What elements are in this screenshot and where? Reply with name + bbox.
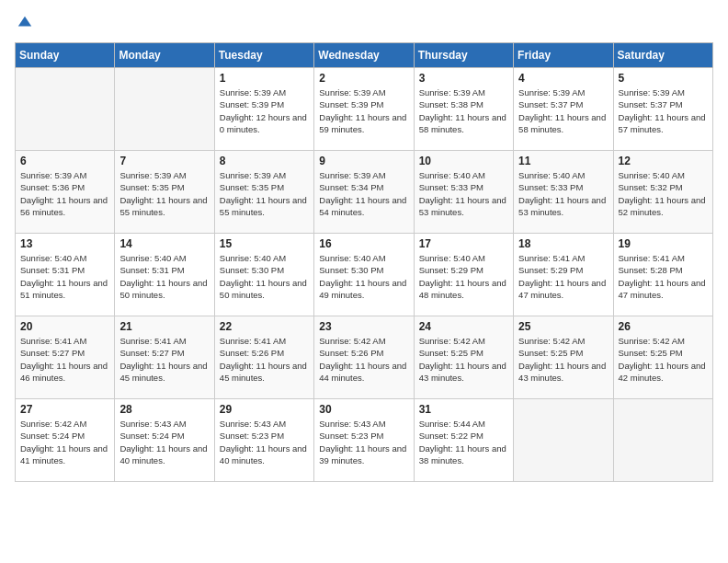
calendar-cell: 22 Sunrise: 5:41 AMSunset: 5:26 PMDaylig… <box>214 316 313 399</box>
calendar-cell: 7 Sunrise: 5:39 AMSunset: 5:35 PMDayligh… <box>115 151 214 234</box>
header-day-saturday: Saturday <box>613 43 712 68</box>
day-number: 10 <box>419 155 508 167</box>
cell-info: Sunrise: 5:39 AMSunset: 5:37 PMDaylight:… <box>518 86 608 135</box>
header-day-sunday: Sunday <box>16 43 115 68</box>
calendar-cell: 14 Sunrise: 5:40 AMSunset: 5:31 PMDaylig… <box>115 234 214 316</box>
calendar-cell: 18 Sunrise: 5:41 AMSunset: 5:29 PMDaylig… <box>514 234 613 316</box>
logo <box>15 15 33 31</box>
calendar-cell <box>514 399 613 482</box>
cell-info: Sunrise: 5:39 AMSunset: 5:39 PMDaylight:… <box>319 86 408 135</box>
cell-info: Sunrise: 5:42 AMSunset: 5:25 PMDaylight:… <box>518 335 608 384</box>
cell-info: Sunrise: 5:40 AMSunset: 5:31 PMDaylight:… <box>119 252 209 301</box>
day-number: 12 <box>619 155 708 167</box>
calendar-cell: 15 Sunrise: 5:40 AMSunset: 5:30 PMDaylig… <box>214 234 313 316</box>
calendar-cell: 27 Sunrise: 5:42 AMSunset: 5:24 PMDaylig… <box>16 399 115 482</box>
calendar-cell: 25 Sunrise: 5:42 AMSunset: 5:25 PMDaylig… <box>514 316 613 399</box>
calendar-cell: 29 Sunrise: 5:43 AMSunset: 5:23 PMDaylig… <box>214 399 313 482</box>
header-day-friday: Friday <box>514 43 613 68</box>
cell-info: Sunrise: 5:39 AMSunset: 5:35 PMDaylight:… <box>220 169 309 218</box>
calendar-week-row: 20 Sunrise: 5:41 AMSunset: 5:27 PMDaylig… <box>16 316 713 399</box>
day-number: 15 <box>220 237 309 250</box>
calendar-table: SundayMondayTuesdayWednesdayThursdayFrid… <box>15 42 713 482</box>
calendar-cell: 13 Sunrise: 5:40 AMSunset: 5:31 PMDaylig… <box>16 234 115 316</box>
calendar-week-row: 6 Sunrise: 5:39 AMSunset: 5:36 PMDayligh… <box>16 151 713 234</box>
day-number: 17 <box>419 237 508 250</box>
calendar-cell: 12 Sunrise: 5:40 AMSunset: 5:32 PMDaylig… <box>613 151 712 234</box>
calendar-cell: 31 Sunrise: 5:44 AMSunset: 5:22 PMDaylig… <box>414 399 513 482</box>
calendar-cell: 23 Sunrise: 5:42 AMSunset: 5:26 PMDaylig… <box>314 316 414 399</box>
page-header <box>15 15 713 31</box>
calendar-cell: 5 Sunrise: 5:39 AMSunset: 5:37 PMDayligh… <box>613 68 712 151</box>
cell-info: Sunrise: 5:41 AMSunset: 5:28 PMDaylight:… <box>619 252 708 301</box>
day-number: 22 <box>220 320 309 333</box>
cell-info: Sunrise: 5:39 AMSunset: 5:37 PMDaylight:… <box>619 86 708 135</box>
calendar-cell: 16 Sunrise: 5:40 AMSunset: 5:30 PMDaylig… <box>314 234 414 316</box>
day-number: 4 <box>518 72 608 85</box>
cell-info: Sunrise: 5:41 AMSunset: 5:26 PMDaylight:… <box>220 335 309 384</box>
day-number: 2 <box>319 72 408 85</box>
cell-info: Sunrise: 5:39 AMSunset: 5:34 PMDaylight:… <box>319 169 408 218</box>
calendar-cell: 30 Sunrise: 5:43 AMSunset: 5:23 PMDaylig… <box>314 399 414 482</box>
calendar-cell <box>115 68 214 151</box>
calendar-cell: 21 Sunrise: 5:41 AMSunset: 5:27 PMDaylig… <box>115 316 214 399</box>
cell-info: Sunrise: 5:40 AMSunset: 5:30 PMDaylight:… <box>319 252 408 301</box>
calendar-cell: 10 Sunrise: 5:40 AMSunset: 5:33 PMDaylig… <box>414 151 513 234</box>
header-day-thursday: Thursday <box>414 43 513 68</box>
day-number: 3 <box>419 72 508 85</box>
calendar-cell: 2 Sunrise: 5:39 AMSunset: 5:39 PMDayligh… <box>314 68 414 151</box>
day-number: 14 <box>119 237 209 250</box>
cell-info: Sunrise: 5:40 AMSunset: 5:33 PMDaylight:… <box>419 169 508 218</box>
calendar-cell: 6 Sunrise: 5:39 AMSunset: 5:36 PMDayligh… <box>16 151 115 234</box>
cell-info: Sunrise: 5:40 AMSunset: 5:30 PMDaylight:… <box>220 252 309 301</box>
calendar-header-row: SundayMondayTuesdayWednesdayThursdayFrid… <box>16 43 713 68</box>
calendar-cell: 9 Sunrise: 5:39 AMSunset: 5:34 PMDayligh… <box>314 151 414 234</box>
cell-info: Sunrise: 5:40 AMSunset: 5:31 PMDaylight:… <box>20 252 109 301</box>
day-number: 21 <box>119 320 209 333</box>
day-number: 18 <box>518 237 608 250</box>
calendar-cell: 28 Sunrise: 5:43 AMSunset: 5:24 PMDaylig… <box>115 399 214 482</box>
calendar-cell: 3 Sunrise: 5:39 AMSunset: 5:38 PMDayligh… <box>414 68 513 151</box>
day-number: 20 <box>20 320 109 333</box>
day-number: 19 <box>619 237 708 250</box>
day-number: 26 <box>619 320 708 333</box>
cell-info: Sunrise: 5:42 AMSunset: 5:24 PMDaylight:… <box>20 418 109 466</box>
calendar-cell: 17 Sunrise: 5:40 AMSunset: 5:29 PMDaylig… <box>414 234 513 316</box>
day-number: 13 <box>20 237 109 250</box>
day-number: 31 <box>419 403 508 416</box>
day-number: 8 <box>220 155 309 167</box>
cell-info: Sunrise: 5:40 AMSunset: 5:33 PMDaylight:… <box>518 169 608 218</box>
cell-info: Sunrise: 5:39 AMSunset: 5:36 PMDaylight:… <box>20 169 109 218</box>
day-number: 28 <box>119 403 209 416</box>
day-number: 29 <box>220 403 309 416</box>
calendar-cell <box>16 68 115 151</box>
calendar-cell: 11 Sunrise: 5:40 AMSunset: 5:33 PMDaylig… <box>514 151 613 234</box>
calendar-cell: 26 Sunrise: 5:42 AMSunset: 5:25 PMDaylig… <box>613 316 712 399</box>
cell-info: Sunrise: 5:42 AMSunset: 5:25 PMDaylight:… <box>419 335 508 384</box>
calendar-week-row: 13 Sunrise: 5:40 AMSunset: 5:31 PMDaylig… <box>16 234 713 316</box>
day-number: 5 <box>619 72 708 85</box>
day-number: 1 <box>220 72 309 85</box>
calendar-cell: 24 Sunrise: 5:42 AMSunset: 5:25 PMDaylig… <box>414 316 513 399</box>
cell-info: Sunrise: 5:40 AMSunset: 5:32 PMDaylight:… <box>619 169 708 218</box>
calendar-cell: 19 Sunrise: 5:41 AMSunset: 5:28 PMDaylig… <box>613 234 712 316</box>
cell-info: Sunrise: 5:43 AMSunset: 5:23 PMDaylight:… <box>319 418 408 466</box>
cell-info: Sunrise: 5:43 AMSunset: 5:24 PMDaylight:… <box>119 418 209 466</box>
svg-marker-0 <box>18 17 31 27</box>
cell-info: Sunrise: 5:42 AMSunset: 5:25 PMDaylight:… <box>619 335 708 384</box>
day-number: 16 <box>319 237 408 250</box>
calendar-cell <box>613 399 712 482</box>
calendar-week-row: 27 Sunrise: 5:42 AMSunset: 5:24 PMDaylig… <box>16 399 713 482</box>
day-number: 7 <box>119 155 209 167</box>
header-day-tuesday: Tuesday <box>214 43 313 68</box>
day-number: 6 <box>20 155 109 167</box>
logo-icon <box>17 15 33 31</box>
calendar-cell: 1 Sunrise: 5:39 AMSunset: 5:39 PMDayligh… <box>214 68 313 151</box>
day-number: 24 <box>419 320 508 333</box>
cell-info: Sunrise: 5:43 AMSunset: 5:23 PMDaylight:… <box>220 418 309 466</box>
calendar-cell: 20 Sunrise: 5:41 AMSunset: 5:27 PMDaylig… <box>16 316 115 399</box>
cell-info: Sunrise: 5:39 AMSunset: 5:38 PMDaylight:… <box>419 86 508 135</box>
cell-info: Sunrise: 5:40 AMSunset: 5:29 PMDaylight:… <box>419 252 508 301</box>
calendar-cell: 8 Sunrise: 5:39 AMSunset: 5:35 PMDayligh… <box>214 151 313 234</box>
header-day-wednesday: Wednesday <box>314 43 414 68</box>
cell-info: Sunrise: 5:44 AMSunset: 5:22 PMDaylight:… <box>419 418 508 466</box>
